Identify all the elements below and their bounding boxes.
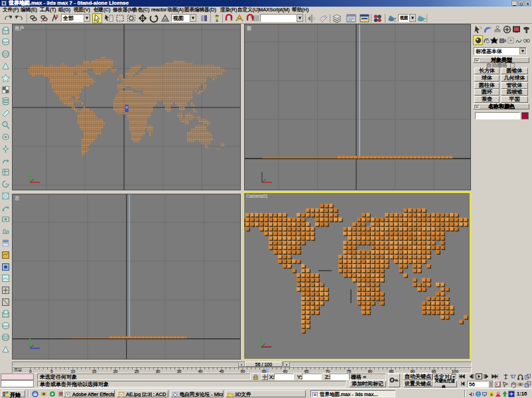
svg-text:3: 3 [230, 15, 233, 19]
